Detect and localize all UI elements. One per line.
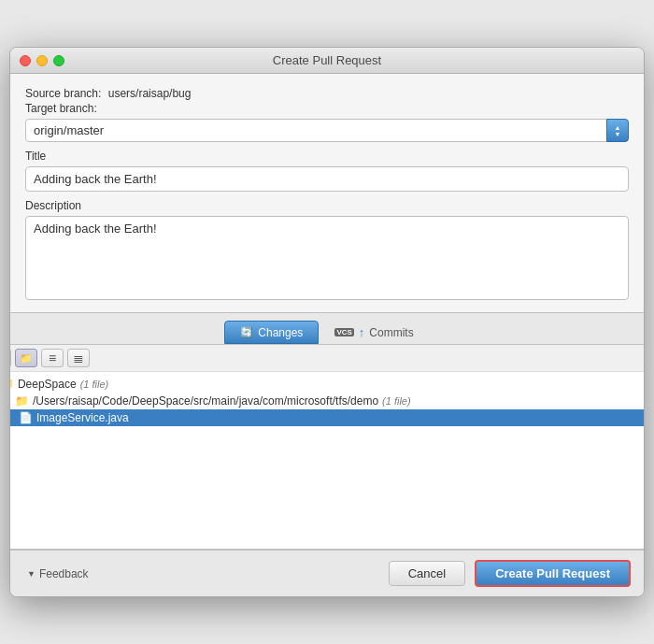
description-textarea[interactable]: Adding back the Earth! — [25, 216, 629, 300]
tree-root-name: DeepSpace — [18, 378, 77, 391]
toolbar-btn-4[interactable]: ≣ — [67, 349, 90, 367]
toolbar-btn-2-icon: 📁 — [20, 352, 33, 365]
tab-commits[interactable]: VCS ↑ Commits — [319, 321, 429, 344]
close-button[interactable] — [20, 55, 31, 66]
files-tree: ▼ 📁 DeepSpace (1 file) ▼ 📁 /Users/raisap… — [9, 372, 645, 549]
create-pull-request-button[interactable]: Create Pull Request — [475, 560, 631, 587]
title-label: Title — [25, 150, 629, 163]
content-area: Source branch: users/raisap/bug Target b… — [10, 74, 644, 303]
feedback-arrow-icon: ▼ — [27, 569, 36, 579]
target-branch-select[interactable]: origin/master — [25, 119, 629, 142]
feedback-button[interactable]: ▼ Feedback — [23, 565, 92, 582]
target-branch-field: Target branch: origin/master — [25, 102, 629, 142]
source-branch-label: Source branch: — [25, 87, 101, 100]
cancel-button[interactable]: Cancel — [389, 561, 465, 586]
title-input[interactable] — [25, 166, 629, 192]
toolbar-btn-2[interactable]: 📁 — [15, 349, 37, 367]
tree-root-item[interactable]: ▼ 📁 DeepSpace (1 file) — [9, 376, 645, 393]
files-section: ⬆ 📁 ≡ ≣ ▼ 📁 DeepSpace (1 — [9, 344, 645, 550]
tab-changes[interactable]: 🔄 Changes — [224, 321, 319, 344]
vcs-badge: VCS — [334, 328, 353, 336]
maximize-button[interactable] — [53, 55, 64, 66]
target-branch-wrapper: origin/master — [25, 119, 629, 142]
bottom-actions: Cancel Create Pull Request — [389, 560, 631, 587]
tree-path-meta: (1 file) — [382, 395, 411, 407]
window-controls — [20, 55, 64, 66]
title-bar: Create Pull Request — [10, 48, 644, 74]
description-field: Description Adding back the Earth! — [25, 199, 629, 303]
minimize-button[interactable] — [36, 55, 48, 66]
toolbar-btn-3-icon: ≡ — [49, 351, 56, 365]
main-window: Create Pull Request Source branch: users… — [9, 47, 645, 597]
tabs-section: 🔄 Changes VCS ↑ Commits ⬆ 📁 ≡ — [9, 312, 645, 550]
source-branch-line: Source branch: users/raisap/bug — [25, 87, 629, 100]
commits-tab-label: Commits — [369, 326, 413, 339]
tree-root-icon: 📁 — [9, 378, 14, 391]
title-field: Title — [25, 150, 629, 192]
tree-file-name: ImageService.java — [36, 411, 129, 424]
target-branch-label: Target branch: — [25, 102, 629, 115]
tree-path-icon: 📁 — [15, 394, 29, 408]
tree-path-name: /Users/raisap/Code/DeepSpace/src/main/ja… — [33, 394, 378, 408]
description-label: Description — [25, 199, 629, 212]
toolbar-btn-1[interactable]: ⬆ — [9, 349, 11, 367]
bottom-bar: ▼ Feedback Cancel Create Pull Request — [10, 550, 644, 596]
files-toolbar: ⬆ 📁 ≡ ≣ — [9, 345, 645, 372]
tree-root-meta: (1 file) — [80, 379, 109, 390]
changes-icon: 🔄 — [240, 326, 253, 338]
window-title: Create Pull Request — [273, 53, 381, 67]
tree-file-icon: 📄 — [19, 411, 33, 424]
feedback-label: Feedback — [39, 567, 89, 580]
toolbar-btn-3[interactable]: ≡ — [41, 349, 64, 367]
tree-path-arrow: ▼ — [9, 396, 12, 406]
changes-tab-label: Changes — [258, 326, 303, 339]
commits-icon: ↑ — [359, 325, 365, 339]
tabs-bar: 🔄 Changes VCS ↑ Commits — [9, 321, 645, 344]
tree-file-item[interactable]: 📄 ImageService.java — [9, 409, 645, 426]
source-branch-value: users/raisap/bug — [108, 87, 192, 100]
tree-path-item[interactable]: ▼ 📁 /Users/raisap/Code/DeepSpace/src/mai… — [9, 393, 645, 409]
toolbar-btn-4-icon: ≣ — [73, 351, 84, 365]
